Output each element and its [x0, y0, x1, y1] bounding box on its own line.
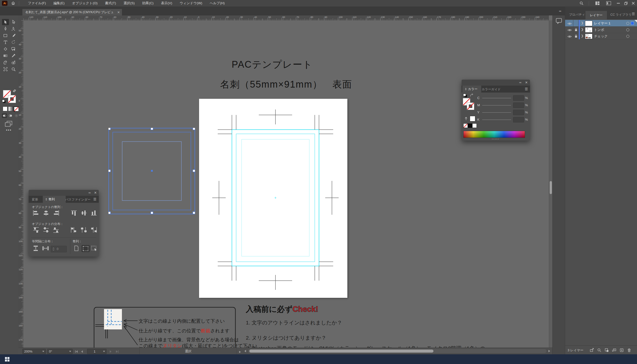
color-tab-カラー[interactable]: カラー — [462, 86, 481, 92]
panel-tab-CC ライブラリ[interactable]: CC ライブラリ — [610, 13, 632, 17]
last-color-swatch[interactable] — [470, 116, 475, 122]
hscroll-right-arrow-icon[interactable] — [548, 350, 550, 352]
layer-visibility-icon[interactable] — [567, 22, 572, 26]
hscroll-left-arrow-icon[interactable] — [244, 350, 246, 352]
align-left-button[interactable] — [32, 210, 40, 216]
align-panel-header[interactable]: «« ✕ — [28, 190, 99, 196]
panel-tab-レイヤー[interactable]: レイヤー — [586, 11, 607, 20]
black-swatch[interactable] — [468, 124, 472, 128]
align-tab-変形[interactable]: 変形 — [32, 198, 38, 202]
rotation-dropdown[interactable]: 0° — [47, 349, 73, 354]
window-restore-button[interactable] — [622, 0, 630, 6]
horizontal-ruler[interactable]: 1201101009080706050403020100102030405060… — [24, 16, 549, 21]
collect-export-icon[interactable] — [590, 348, 594, 353]
alignto-selection-button[interactable] — [90, 245, 98, 252]
layer-visibility-icon[interactable] — [567, 28, 572, 32]
channel-slider-M[interactable] — [482, 105, 511, 106]
menu-item-1[interactable]: ファイル(F) — [28, 1, 46, 6]
horizontal-scrollbar[interactable] — [248, 349, 546, 353]
color-tab-カラーガイド[interactable]: カラーガイド — [482, 87, 501, 92]
none-mode-button[interactable] — [14, 106, 19, 112]
rectangle-tool[interactable] — [2, 32, 9, 38]
align-tab-パスファインダー[interactable]: パスファインダー — [65, 198, 90, 202]
search-icon[interactable] — [579, 1, 584, 6]
new-layer-icon[interactable] — [619, 348, 624, 353]
align-vcenter-button[interactable] — [80, 210, 88, 216]
layer-expand-chevron-icon[interactable]: ❯ — [581, 34, 584, 38]
align-collapse-icon[interactable]: «« — [88, 191, 90, 194]
align-panel-menu-icon[interactable]: ☰ — [93, 197, 96, 201]
color-collapse-icon[interactable]: «« — [519, 81, 521, 84]
last-artboard-button[interactable] — [116, 350, 119, 354]
layer-row-レイヤー 1[interactable]: ❯レイヤー 1 — [565, 20, 637, 26]
channel-slider-C[interactable] — [482, 98, 511, 99]
layer-target-icon[interactable] — [626, 35, 629, 38]
start-button[interactable] — [0, 354, 14, 364]
zoom-tool[interactable] — [10, 66, 17, 72]
next-artboard-button[interactable] — [110, 350, 112, 354]
document-tab[interactable]: 名刺たて_表面 [更新済み].eps* @ 200 % (CMYK/CPU プレ… — [22, 9, 122, 16]
paintbrush-tool[interactable] — [10, 32, 17, 38]
menu-item-2[interactable]: 編集(E) — [54, 1, 65, 6]
ruler-origin-corner[interactable] — [18, 16, 24, 21]
direct-selection-tool[interactable] — [10, 19, 17, 25]
align-bottom-button[interactable] — [90, 210, 98, 216]
first-artboard-button[interactable] — [75, 350, 78, 354]
shape-builder-tool[interactable] — [10, 59, 17, 66]
layer-thumbnail[interactable] — [585, 27, 592, 32]
locate-object-icon[interactable] — [597, 348, 602, 353]
spacing-stepper[interactable]: 0 — [51, 246, 67, 252]
dist-vcenter-button[interactable] — [42, 227, 50, 233]
workspace-switcher-icon[interactable] — [595, 1, 600, 6]
channel-value-field-Y[interactable] — [513, 110, 524, 115]
dist-left-button[interactable] — [70, 227, 78, 233]
arrange-documents-icon[interactable] — [606, 1, 611, 6]
home-icon[interactable] — [11, 1, 16, 6]
draw-behind-button[interactable] — [8, 114, 13, 118]
menu-item-8[interactable]: ウィンドウ(W) — [180, 1, 202, 6]
clipping-mask-icon[interactable] — [604, 348, 609, 353]
collapse-dock-icon[interactable]: «« — [559, 10, 561, 12]
draw-normal-button[interactable] — [2, 114, 7, 118]
color-panel-menu-icon[interactable]: ☰ — [525, 87, 528, 91]
white-swatch[interactable] — [472, 124, 477, 128]
alignto-artboard-button[interactable] — [82, 245, 90, 252]
swap-fill-stroke-icon[interactable] — [12, 89, 16, 94]
window-close-button[interactable] — [630, 0, 637, 6]
alignto-doc-button[interactable] — [73, 245, 80, 252]
shaper-tool[interactable] — [2, 46, 9, 52]
layer-lock-icon[interactable] — [574, 34, 578, 39]
document-tab-close-icon[interactable]: ✕ — [115, 10, 122, 14]
artboard-tool[interactable] — [2, 66, 9, 72]
color-spectrum-bar[interactable] — [463, 131, 525, 138]
menu-item-6[interactable]: 効果(C) — [142, 1, 154, 6]
layer-thumbnail[interactable] — [585, 34, 592, 39]
window-minimize-button[interactable] — [614, 0, 622, 6]
align-top-button[interactable] — [70, 210, 78, 216]
dist-vspace-button[interactable] — [32, 245, 40, 252]
color-close-icon[interactable]: ✕ — [525, 80, 528, 84]
dist-bottom-button[interactable] — [52, 227, 60, 233]
last-color-arrow-icon[interactable] — [464, 116, 468, 122]
layer-target-icon[interactable] — [626, 28, 629, 31]
warp-tool[interactable] — [2, 59, 9, 66]
menu-item-7[interactable]: 表示(V) — [161, 1, 172, 6]
vertical-ruler[interactable]: 5040302010010203040506070809010011012013… — [18, 20, 24, 348]
stroke-swatch[interactable] — [8, 95, 16, 103]
channel-slider-K[interactable] — [482, 120, 511, 120]
canvas-pasteboard[interactable]: PACテンプレート 名刺（55mm×91mm） 表面 — [24, 20, 549, 348]
panel-resize-grip[interactable] — [492, 138, 500, 140]
delete-layer-icon[interactable] — [627, 348, 632, 353]
channel-slider-Y[interactable] — [482, 112, 511, 113]
align-right-button[interactable] — [52, 210, 60, 216]
layer-row-トンボ[interactable]: ❯トンボ — [565, 26, 637, 33]
align-close-icon[interactable]: ✕ — [94, 191, 97, 194]
toolbar-more-icon[interactable]: ••• — [6, 128, 12, 132]
layer-lock-icon[interactable] — [574, 28, 578, 32]
rotate-tool[interactable] — [10, 39, 17, 45]
zoom-level-dropdown[interactable]: 200% — [22, 349, 46, 354]
channel-value-field-K[interactable] — [513, 117, 524, 122]
comment-tool[interactable] — [10, 46, 17, 52]
horizontal-scrollbar-thumb[interactable] — [249, 350, 434, 352]
artboard[interactable] — [199, 99, 347, 298]
